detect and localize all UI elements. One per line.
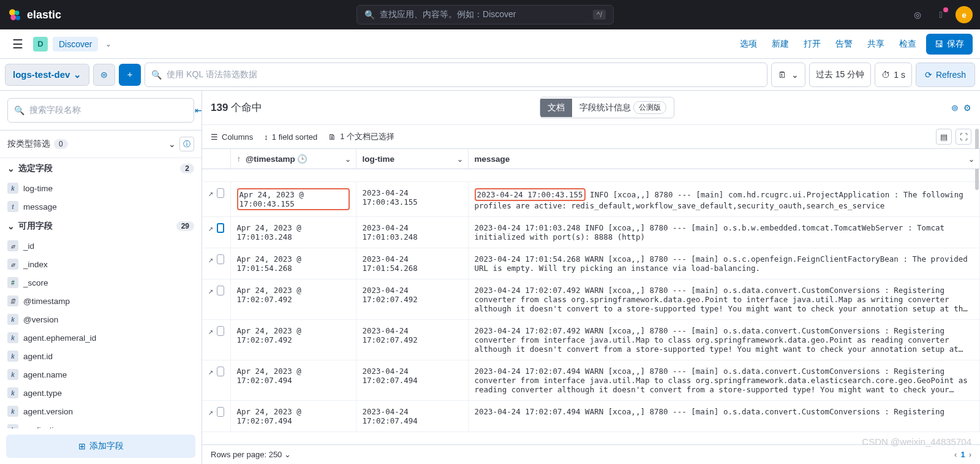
field-item[interactable]: #_score — [0, 273, 202, 292]
global-search-input[interactable]: 🔍 查找应用、内容等。例如：Discover ^/ — [356, 5, 614, 25]
tab-documents[interactable]: 文档 — [540, 99, 572, 117]
row-checkbox[interactable] — [217, 188, 224, 198]
svg-point-0 — [9, 9, 16, 16]
filter-icon-button[interactable]: ⊜ — [93, 64, 115, 86]
field-item[interactable]: ⌀_index — [0, 255, 202, 273]
logtime-column-header[interactable]: log-time ⌄ — [356, 149, 468, 169]
app-name-pill[interactable]: Discover — [53, 37, 98, 51]
field-item[interactable]: kagent.ephemeral_id — [0, 329, 202, 347]
open-button[interactable]: 打开 — [799, 36, 826, 52]
field-type-icon: k — [7, 351, 18, 362]
timestamp-cell: Apr 24, 2023 @ 17:01:54.268 — [230, 248, 356, 280]
expand-icon[interactable]: ↗ — [208, 254, 213, 264]
field-type-icon: k — [7, 314, 18, 325]
field-type-icon: k — [7, 387, 18, 398]
dataview-selector[interactable]: logs-test-dev⌄ — [5, 64, 89, 86]
results-table: ↑ @timestamp 🕒 ⌄ log-time ⌄ message ⌄ — [202, 149, 980, 432]
next-page-button[interactable]: › — [969, 450, 971, 459]
filter-by-type[interactable]: 按类型筛选 0 ⌄ ⓘ — [0, 131, 202, 158]
row-checkbox[interactable] — [217, 407, 224, 417]
prev-page-button[interactable]: ‹ — [954, 450, 957, 459]
chevron-down-icon[interactable]: ⌄ — [345, 155, 351, 164]
chart-toggle-icon[interactable]: ⊚ — [951, 103, 959, 113]
timestamp-cell: Apr 24, 2023 @ 17:00:43.155 — [237, 188, 350, 210]
selected-fields-header[interactable]: ⌄ 选定字段 2 — [0, 158, 202, 179]
rows-per-page-button[interactable]: Rows per page: 250⌄ — [211, 450, 291, 459]
space-badge[interactable]: D — [33, 37, 48, 51]
tab-field-stats[interactable]: 字段统计信息 公测版 — [572, 97, 674, 118]
table-row: ↗Apr 24, 2023 @ 17:02:07.4942023-04-24 1… — [202, 401, 980, 432]
expand-icon[interactable]: ↗ — [208, 367, 213, 376]
calendar-button[interactable]: 🗓⌄ — [771, 63, 805, 87]
share-button[interactable]: 共享 — [862, 36, 889, 52]
timestamp-cell: Apr 24, 2023 @ 17:02:07.494 — [230, 401, 356, 432]
columns-icon: ☰ — [211, 132, 218, 142]
inspect-button[interactable]: 检查 — [894, 36, 921, 52]
row-checkbox[interactable] — [217, 286, 224, 295]
field-item[interactable]: kagent.version — [0, 402, 202, 420]
timer-icon: ⏱ — [881, 70, 890, 80]
collapse-sidebar-icon[interactable]: ⇤ — [195, 105, 202, 115]
row-checkbox[interactable] — [217, 326, 224, 336]
logtime-cell: 2023-04-24 17:02:07.492 — [356, 280, 468, 320]
logtime-cell: 2023-04-24 17:02:07.494 — [356, 360, 468, 401]
columns-button[interactable]: ☰Columns — [211, 132, 253, 142]
elastic-logo[interactable]: elastic — [7, 7, 61, 22]
chevron-down-icon: ⌄ — [284, 450, 291, 459]
add-filter-button[interactable]: ＋ — [119, 64, 141, 86]
user-avatar[interactable]: e — [956, 6, 973, 23]
field-type-icon: 🗓 — [7, 295, 18, 306]
field-name: _score — [23, 278, 48, 287]
timestamp-cell: Apr 24, 2023 @ 17:02:07.492 — [230, 320, 356, 360]
new-button[interactable]: 新建 — [767, 36, 794, 52]
chevron-down-icon: ⌄ — [168, 139, 176, 149]
settings-icon[interactable]: ⚙ — [963, 103, 971, 113]
alerts-button[interactable]: 告警 — [831, 36, 858, 52]
options-button[interactable]: 选项 — [735, 36, 762, 52]
nav-toggle-icon[interactable]: ☰ — [7, 34, 28, 54]
density-icon[interactable]: ▤ — [936, 129, 952, 145]
plus-icon: ⊞ — [78, 441, 86, 451]
field-item[interactable]: kagent.name — [0, 365, 202, 384]
beta-badge: 公测版 — [633, 101, 666, 114]
field-item[interactable]: tmessage — [0, 197, 202, 216]
expand-icon[interactable]: ↗ — [208, 188, 213, 198]
kql-query-input[interactable]: 🔍 使用 KQL 语法筛选数据 — [145, 63, 767, 87]
help-icon[interactable]: ◎ — [909, 6, 926, 23]
timerange-button[interactable]: 过去 15 分钟 — [809, 63, 871, 87]
save-button[interactable]: 🖫 保存 — [926, 34, 973, 55]
chevron-down-icon[interactable]: ⌄ — [457, 155, 463, 164]
field-item[interactable]: kagent.id — [0, 347, 202, 365]
field-item[interactable]: kagent.type — [0, 384, 202, 402]
field-item[interactable]: kapplication — [0, 420, 202, 428]
fullscreen-icon[interactable]: ⛶ — [956, 129, 971, 145]
expand-icon[interactable]: ↗ — [208, 326, 213, 336]
chevron-down-icon[interactable]: ⌄ — [968, 155, 974, 164]
add-field-button[interactable]: ⊞ 添加字段 — [6, 435, 195, 458]
field-item[interactable]: k@version — [0, 310, 202, 329]
newsfeed-icon[interactable]: 𖦏 — [932, 6, 949, 23]
chevron-down-icon: ⌄ — [7, 221, 15, 231]
info-icon[interactable]: ⓘ — [179, 137, 194, 151]
logtime-cell: 2023-04-24 17:00:43.155 — [356, 182, 468, 217]
expand-icon[interactable]: ↗ — [208, 223, 213, 233]
expand-icon[interactable]: ↗ — [208, 286, 213, 295]
available-fields-header[interactable]: ⌄ 可用字段 29 — [0, 216, 202, 237]
sort-button[interactable]: ↕1 field sorted — [264, 132, 317, 142]
row-checkbox[interactable] — [217, 367, 224, 376]
expand-icon[interactable]: ↗ — [208, 407, 213, 417]
timestamp-column-header[interactable]: ↑ @timestamp 🕒 ⌄ — [230, 149, 356, 169]
refresh-button[interactable]: ⟳Refresh — [916, 63, 975, 87]
field-search-input[interactable]: 🔍 搜索字段名称 — [7, 98, 194, 123]
row-checkbox[interactable] — [217, 223, 224, 233]
row-checkbox[interactable] — [217, 254, 224, 264]
refresh-interval-button[interactable]: ⏱1 s — [875, 63, 912, 87]
field-item[interactable]: 🗓@timestamp — [0, 292, 202, 310]
selected-docs-button[interactable]: 🗎1 个文档已选择 — [328, 131, 394, 142]
field-name: @timestamp — [23, 297, 70, 306]
chevron-down-icon[interactable]: ⌄ — [105, 40, 111, 48]
field-item[interactable]: ⌀_id — [0, 237, 202, 255]
message-column-header[interactable]: message ⌄ — [468, 149, 980, 169]
field-item[interactable]: klog-time — [0, 179, 202, 197]
field-name: agent.ephemeral_id — [23, 333, 96, 343]
